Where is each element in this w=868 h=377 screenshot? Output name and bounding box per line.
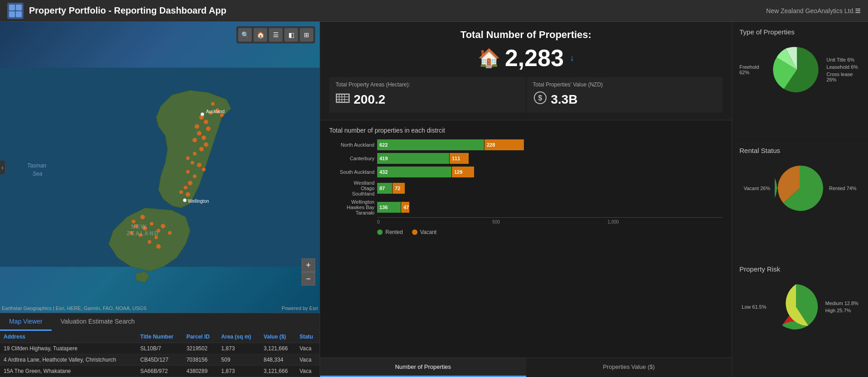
svg-text:Tasman: Tasman <box>27 162 47 169</box>
right-panel: Type of Properties Freehold 62% <box>732 22 868 377</box>
map-search-button[interactable]: 🔍 <box>238 28 252 42</box>
bottom-tabs: Number of Properties Properties Value ($… <box>320 358 732 377</box>
bar-label: North Auckland <box>329 142 374 148</box>
total-value-card: Total Properties' Value (NZD) $ 3.3B <box>527 77 723 113</box>
map-credit: Powered by Esri <box>282 305 318 311</box>
bar-label: Westland Otago Southland <box>329 180 374 196</box>
medium-risk-label: Medium 12.8% <box>825 301 858 306</box>
risk-pie-chart <box>771 282 821 332</box>
type-pie-chart <box>772 45 822 95</box>
cross-lease-label: Cross lease 26% <box>826 72 861 82</box>
map-list-button[interactable]: ☰ <box>269 28 283 42</box>
svg-rect-1 <box>9 5 15 10</box>
svg-point-8 <box>195 124 199 129</box>
map-layers-button[interactable]: ◧ <box>284 28 298 42</box>
col-parcel: Parcel ID <box>183 331 218 343</box>
map-zoom-in[interactable]: + <box>302 258 315 272</box>
bar-group: 13647 <box>377 202 723 213</box>
svg-point-24 <box>179 191 183 194</box>
map-background: Auckland Wellington Tasman Sea NEW ZEALA… <box>0 22 320 313</box>
table-row[interactable]: 19 Clifden Highway, TuatapereSL10B/73219… <box>0 343 320 354</box>
svg-point-38 <box>156 244 161 249</box>
svg-point-35 <box>168 231 172 235</box>
chart-title: Total number of properties in each distr… <box>329 127 723 134</box>
axis-500: 500 <box>492 220 607 224</box>
download-icon[interactable]: ↓ <box>570 53 574 63</box>
total-area-card: Total Property Areas (Hectare): 200.2 <box>329 77 526 113</box>
app-title: Property Portfolio - Reporting Dashboard… <box>29 5 762 16</box>
bar-row: Westland Otago Southland8772 <box>329 180 723 196</box>
svg-point-37 <box>148 240 151 244</box>
col-address: Address <box>0 331 137 343</box>
tab-map-viewer[interactable]: Map Viewer <box>0 313 52 331</box>
tab-properties-value[interactable]: Properties Value ($) <box>526 358 732 377</box>
freehold-label: Freehold 62% <box>739 64 767 75</box>
total-value-label: Total Properties' Value (NZD) <box>533 81 717 88</box>
map-home-button[interactable]: 🏠 <box>254 28 267 42</box>
svg-point-17 <box>191 161 194 165</box>
map-grid-button[interactable]: ⊞ <box>300 28 313 42</box>
svg-text:ZEALAND: ZEALAND <box>127 230 159 237</box>
svg-point-19 <box>202 168 206 172</box>
hamburger-menu[interactable]: ≡ <box>855 5 861 17</box>
bar-group: 432129 <box>377 167 723 177</box>
bar-label: South Auckland <box>329 169 374 175</box>
unit-title-label: Unit Title 6% <box>826 57 861 62</box>
bar-chart: North Auckland622228Canterbury419111Sout… <box>329 139 723 215</box>
app-logo <box>7 3 24 19</box>
type-of-properties-card: Type of Properties Freehold 62% <box>732 22 868 140</box>
total-area-value: 200.2 <box>354 92 385 107</box>
stats-section: Total Number of Properties: 🏠 2,283 ↓ To… <box>320 22 732 120</box>
svg-point-42 <box>132 220 135 224</box>
axis-1000: 1,000 <box>608 220 723 224</box>
svg-text:Sea: Sea <box>33 171 43 177</box>
bar-row: South Auckland432129 <box>329 167 723 177</box>
panel-collapse-button[interactable]: › <box>0 161 5 174</box>
legend-rented-label: Rented <box>385 229 403 235</box>
leasehold-label: Leasehold 6% <box>826 64 861 70</box>
rental-status-chart: Vacant 26% Rented 74% <box>739 159 861 218</box>
nz-map-svg: Auckland Wellington Tasman Sea NEW ZEALA… <box>0 22 320 313</box>
house-icon: 🏠 <box>478 48 500 69</box>
high-risk-label: High 25.7% <box>825 308 858 313</box>
total-properties-value-row: 🏠 2,283 ↓ <box>329 44 723 72</box>
svg-point-15 <box>193 152 197 156</box>
tab-number-of-properties[interactable]: Number of Properties <box>320 358 526 377</box>
map-zoom-out[interactable]: − <box>302 272 315 286</box>
low-risk-label: Low 61.5% <box>742 304 766 310</box>
pie-labels-left-rental: Vacant 26% <box>743 186 770 191</box>
svg-rect-4 <box>16 11 22 17</box>
col-value: Value ($) <box>260 331 296 343</box>
svg-rect-51 <box>336 94 349 102</box>
svg-point-18 <box>197 163 201 167</box>
dollar-icon: $ <box>533 91 547 108</box>
pie-labels-left-risk: Low 61.5% <box>742 304 766 310</box>
svg-point-26 <box>211 102 215 106</box>
map-container[interactable]: Auckland Wellington Tasman Sea NEW ZEALA… <box>0 22 320 313</box>
svg-rect-3 <box>9 11 15 17</box>
vacant-bar: 111 <box>450 153 469 164</box>
svg-text:$: $ <box>538 94 542 102</box>
svg-point-29 <box>220 114 224 117</box>
rented-bar: 87 <box>377 183 392 194</box>
tab-valuation-search[interactable]: Valuation Estimate Search <box>52 313 144 331</box>
svg-point-13 <box>204 143 208 147</box>
bar-label: Canterbury <box>329 156 374 161</box>
svg-point-45 <box>183 199 187 202</box>
svg-point-41 <box>140 215 145 220</box>
svg-point-43 <box>201 113 204 116</box>
rented-dot <box>377 229 383 235</box>
bar-group: 8772 <box>377 183 723 194</box>
svg-point-20 <box>186 170 190 174</box>
vacant-status-label: Vacant 26% <box>743 186 770 191</box>
rented-bar: 432 <box>377 167 451 177</box>
property-table: Address Title Number Parcel ID Area (sq … <box>0 331 320 377</box>
table-row[interactable]: 4 Ardtrea Lane, Heathcote Valley, Christ… <box>0 354 320 366</box>
main-layout: Auckland Wellington Tasman Sea NEW ZEALA… <box>0 22 868 377</box>
vacant-bar: 47 <box>401 202 409 213</box>
svg-point-25 <box>186 192 190 197</box>
svg-point-14 <box>199 147 204 152</box>
bar-group: 419111 <box>377 153 723 164</box>
svg-point-12 <box>192 138 197 143</box>
table-row[interactable]: 15A The Green, WhakataneSA66B/9724380289… <box>0 366 320 377</box>
